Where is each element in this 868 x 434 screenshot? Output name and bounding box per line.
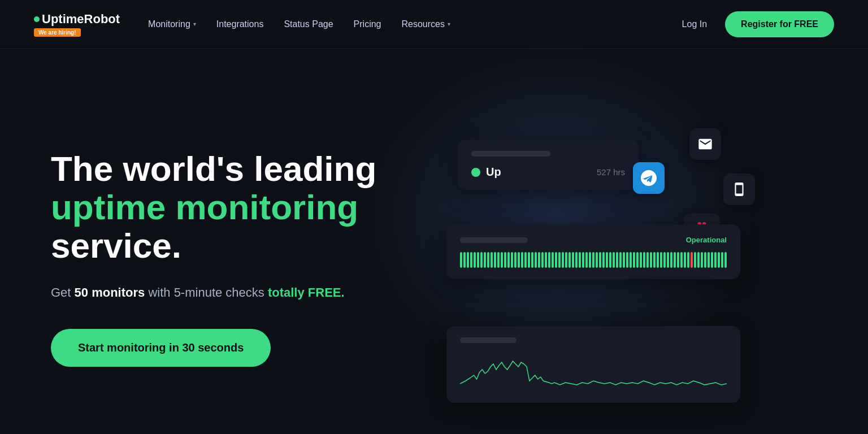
- bar: [643, 252, 645, 268]
- bar: [680, 252, 683, 268]
- bar: [636, 252, 639, 268]
- bar: [630, 252, 632, 268]
- bar: [487, 252, 489, 268]
- bar: [548, 252, 550, 268]
- bar: [538, 252, 540, 268]
- nav-pricing[interactable]: Pricing: [354, 19, 381, 29]
- card-op-header: Operational: [460, 236, 727, 244]
- nav-links: Monitoring ▾ Integrations Status Page Pr…: [148, 19, 682, 29]
- bar: [555, 252, 557, 268]
- hero-title-line1: The world's leading: [51, 149, 376, 188]
- card-placeholder-bar3: [460, 337, 517, 343]
- bar-red: [691, 252, 693, 268]
- nav-status-page[interactable]: Status Page: [284, 19, 333, 29]
- bar: [535, 252, 537, 268]
- bar: [592, 252, 594, 268]
- bar: [613, 252, 615, 268]
- bar: [507, 252, 510, 268]
- chevron-down-icon: ▾: [448, 21, 450, 27]
- bar: [484, 252, 486, 268]
- bar: [579, 252, 581, 268]
- operational-label: Operational: [686, 236, 727, 244]
- monitor-card-operational: Operational: [446, 224, 740, 279]
- bar: [663, 252, 666, 268]
- bar: [684, 252, 686, 268]
- bar: [545, 252, 547, 268]
- bar: [633, 252, 635, 268]
- register-button[interactable]: Register for FREE: [725, 11, 834, 37]
- bar: [697, 252, 700, 268]
- bar: [602, 252, 605, 268]
- bar: [552, 252, 554, 268]
- nav-resources[interactable]: Resources ▾: [401, 19, 450, 29]
- bar: [477, 252, 479, 268]
- email-icon: [689, 128, 721, 160]
- status-dot-green: [471, 168, 480, 177]
- status-row: Up 527 hrs: [471, 166, 625, 179]
- bar: [623, 252, 625, 268]
- uptime-bars: [460, 252, 727, 268]
- bar: [504, 252, 506, 268]
- bar: [562, 252, 564, 268]
- nav-integrations[interactable]: Integrations: [216, 19, 264, 29]
- nav-monitoring[interactable]: Monitoring ▾: [148, 19, 196, 29]
- bar: [565, 252, 567, 268]
- bar: [501, 252, 503, 268]
- monitor-card-sparkline: [446, 326, 740, 403]
- bar: [653, 252, 656, 268]
- bar: [724, 252, 727, 268]
- bar: [616, 252, 618, 268]
- bar: [524, 252, 527, 268]
- bar: [480, 252, 483, 268]
- bar: [596, 252, 598, 268]
- bar: [582, 252, 584, 268]
- bar: [650, 252, 652, 268]
- bar: [714, 252, 717, 268]
- telegram-icon: [633, 162, 665, 194]
- bar: [497, 252, 500, 268]
- logo[interactable]: UptimeRobot: [34, 12, 120, 27]
- bar: [687, 252, 689, 268]
- bar: [474, 252, 476, 268]
- navbar: UptimeRobot We are hiring! Monitoring ▾ …: [0, 0, 868, 49]
- bar: [640, 252, 642, 268]
- monitor-card-up: Up 527 hrs: [458, 140, 639, 190]
- chevron-down-icon: ▾: [193, 21, 196, 27]
- subtitle-text2: with 5-minute checks: [145, 285, 268, 300]
- bar: [704, 252, 706, 268]
- logo-text: UptimeRobot: [42, 12, 120, 27]
- hero-left: The world's leading uptime monitoring se…: [51, 150, 446, 367]
- bar: [463, 252, 466, 268]
- bar: [460, 252, 462, 268]
- nav-right: Log In Register for FREE: [682, 11, 834, 37]
- hiring-badge[interactable]: We are hiring!: [34, 28, 81, 37]
- bar: [711, 252, 713, 268]
- bar: [568, 252, 571, 268]
- login-link[interactable]: Log In: [682, 19, 707, 29]
- bar: [599, 252, 601, 268]
- bar: [531, 252, 533, 268]
- bar: [718, 252, 720, 268]
- bar: [528, 252, 530, 268]
- logo-area[interactable]: UptimeRobot We are hiring!: [34, 12, 120, 37]
- bar: [470, 252, 472, 268]
- bar: [494, 252, 496, 268]
- bar: [541, 252, 544, 268]
- bar: [589, 252, 591, 268]
- bar: [467, 252, 469, 268]
- status-hours: 527 hrs: [597, 167, 625, 177]
- bar: [667, 252, 669, 268]
- subtitle-text1: Get: [51, 285, 75, 300]
- bar: [518, 252, 520, 268]
- subtitle-free: totally FREE.: [268, 285, 345, 300]
- bar: [491, 252, 493, 268]
- bar: [626, 252, 628, 268]
- bar: [619, 252, 622, 268]
- bar: [721, 252, 723, 268]
- bar: [670, 252, 672, 268]
- bar: [657, 252, 659, 268]
- hero-subtitle: Get 50 monitors with 5-minute checks tot…: [51, 283, 446, 302]
- bar: [511, 252, 513, 268]
- logo-dot: [34, 16, 40, 22]
- cta-button[interactable]: Start monitoring in 30 seconds: [51, 329, 271, 367]
